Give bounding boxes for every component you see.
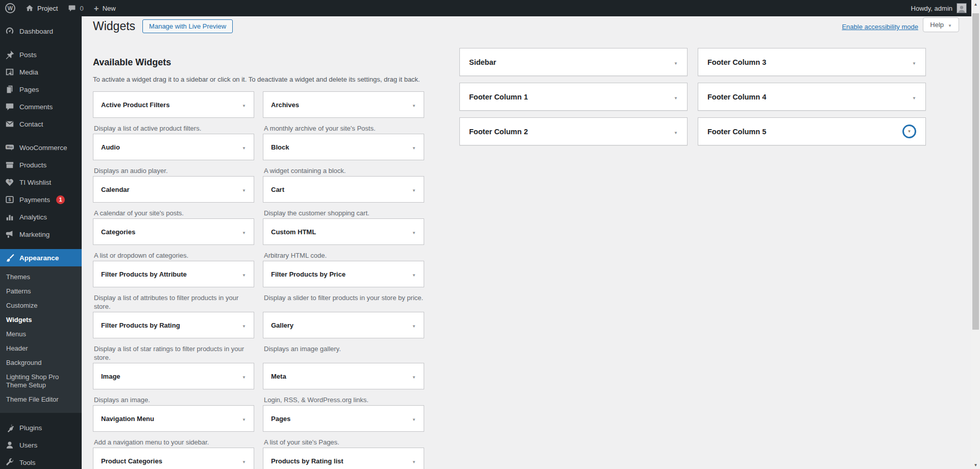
widget-card-image[interactable]: Image [93,363,254,389]
sidebar-item-label: Posts [19,51,37,59]
help-button[interactable]: Help [923,17,959,32]
sidebar-item-pages[interactable]: Pages [0,81,82,98]
dropdown-caret-icon[interactable] [242,185,246,194]
submenu-item-background[interactable]: Background [0,356,82,370]
submenu-item-theme-file-editor[interactable]: Theme File Editor [0,392,82,407]
widget-card-archives[interactable]: Archives [263,91,424,118]
widget-area-footer-column-3[interactable]: Footer Column 3 [698,48,926,76]
sidebar-item-users[interactable]: Users [0,436,82,454]
sidebar-item-woocommerce[interactable]: Woo WooCommerce [0,139,82,156]
sidebar-item-appearance[interactable]: Appearance [0,249,82,266]
widget-name: Filter Products by Price [271,270,346,278]
dropdown-caret-icon[interactable] [242,100,246,109]
scroll-down-arrow-icon[interactable]: ▼ [971,461,980,469]
dropdown-caret-icon[interactable] [412,414,416,423]
vertical-scrollbar[interactable]: ▲ ▼ [971,0,980,469]
submenu-item-customize[interactable]: Customize [0,299,82,313]
widget-card-pages[interactable]: Pages [263,405,424,432]
widget-description: Display a list of attributes to filter p… [94,293,254,311]
dropdown-caret-icon[interactable] [412,320,416,330]
widget-card-filter-products-by-price[interactable]: Filter Products by Price [263,261,424,287]
widget-card-active-product-filters[interactable]: Active Product Filters [93,91,254,118]
wordpress-logo-menu[interactable]: W [0,0,20,16]
widget-area-footer-column-2[interactable]: Footer Column 2 [459,117,688,145]
widget-card-filter-products-by-attribute[interactable]: Filter Products by Attribute [93,261,254,287]
site-name-label: Project [37,5,58,12]
widget-card-navigation-menu[interactable]: Navigation Menu [93,405,254,432]
sidebar-item-comments[interactable]: Comments [0,98,82,115]
widget-description: A widget containing a block. [264,166,424,175]
widget-area-sidebar[interactable]: Sidebar [459,48,688,76]
comments-menu[interactable]: 0 [63,0,88,16]
dropdown-caret-icon[interactable] [412,185,416,194]
dropdown-caret-icon[interactable] [242,372,246,381]
widget-card-audio[interactable]: Audio [93,134,254,160]
manage-live-preview-button[interactable]: Manage with Live Preview [142,19,233,33]
toggle-caret-icon[interactable] [912,58,916,67]
dropdown-caret-icon[interactable] [412,142,416,152]
dropdown-caret-icon[interactable] [242,414,246,423]
widget-card-categories[interactable]: Categories [93,218,254,245]
sidebar-item-products[interactable]: Products [0,156,82,174]
submenu-item-themes[interactable]: Themes [0,270,82,284]
dropdown-caret-icon[interactable] [242,269,246,279]
sidebar-item-contact[interactable]: Contact [0,115,82,133]
enable-accessibility-mode-link[interactable]: Enable accessibility mode [842,23,918,31]
dropdown-caret-icon[interactable] [242,456,246,465]
plus-icon: + [94,4,99,13]
widget-card-calendar[interactable]: Calendar [93,176,254,203]
widget-area-footer-column-4[interactable]: Footer Column 4 [698,83,926,111]
dropdown-caret-icon[interactable] [412,456,416,465]
sidebar-item-payments[interactable]: $ Payments 1 [0,191,82,208]
widget-card-gallery[interactable]: Gallery [263,312,424,338]
widget-card-filter-products-by-rating[interactable]: Filter Products by Rating [93,312,254,338]
sidebar-item-tools[interactable]: Tools [0,454,82,469]
main-content: Widgets Manage with Live Preview Enable … [82,16,971,469]
sidebar-item-ti-wishlist[interactable]: TI TI Wishlist [0,174,82,191]
site-name-menu[interactable]: Project [20,0,63,16]
dropdown-caret-icon[interactable] [242,142,246,152]
svg-text:$: $ [8,197,11,202]
submenu-item-header[interactable]: Header [0,341,82,356]
sidebar-item-posts[interactable]: Posts [0,46,82,63]
comments-icon [5,102,14,111]
widget-name: Filter Products by Rating [101,322,180,329]
scroll-up-arrow-icon[interactable]: ▲ [971,0,980,8]
dropdown-caret-icon[interactable] [242,320,246,330]
new-content-menu[interactable]: + New [89,0,121,16]
submenu-item-patterns[interactable]: Patterns [0,284,82,299]
submenu-item-menus[interactable]: Menus [0,327,82,341]
dropdown-caret-icon[interactable] [242,227,246,236]
svg-text:Woo: Woo [7,145,13,149]
dropdown-caret-icon[interactable] [412,227,416,236]
sidebar-item-dashboard[interactable]: Dashboard [0,22,82,40]
toggle-caret-icon[interactable] [674,127,678,136]
sidebar-item-plugins[interactable]: Plugins [0,419,82,436]
widget-card-meta[interactable]: Meta [263,363,424,389]
widget-area-title: Footer Column 1 [469,93,528,101]
widget-card-product-categories[interactable]: Product Categories [93,448,254,469]
dropdown-caret-icon[interactable] [412,269,416,279]
my-account-menu[interactable]: Howdy, admin [911,3,980,13]
sidebar-item-media[interactable]: Media [0,63,82,81]
toggle-caret-icon[interactable] [674,92,678,102]
widget-card-products-by-rating-list[interactable]: Products by Rating list [263,448,424,469]
submenu-item-lighting-shop-pro-theme-setup[interactable]: Lighting Shop Pro Theme Setup [0,370,82,392]
widget-area-title: Footer Column 3 [707,58,766,66]
toggle-caret-icon[interactable] [674,58,678,67]
dropdown-caret-icon[interactable] [412,372,416,381]
widget-area-footer-column-5[interactable]: Footer Column 5 [698,117,926,145]
widget-card-cart[interactable]: Cart [263,176,424,203]
submenu-item-widgets[interactable]: Widgets [0,313,82,327]
widget-area-footer-column-1[interactable]: Footer Column 1 [459,83,688,111]
sidebar-item-marketing[interactable]: Marketing [0,226,82,243]
widget-card-custom-html[interactable]: Custom HTML [263,218,424,245]
scrollbar-thumb[interactable] [972,13,979,330]
focused-toggle-caret-icon[interactable] [902,125,916,138]
howdy-text: Howdy, admin [911,5,952,12]
dropdown-caret-icon[interactable] [412,100,416,109]
widget-card-block[interactable]: Block [263,134,424,160]
sidebar-item-analytics[interactable]: Analytics [0,208,82,226]
widget-name: Pages [271,415,290,423]
toggle-caret-icon[interactable] [912,92,916,102]
